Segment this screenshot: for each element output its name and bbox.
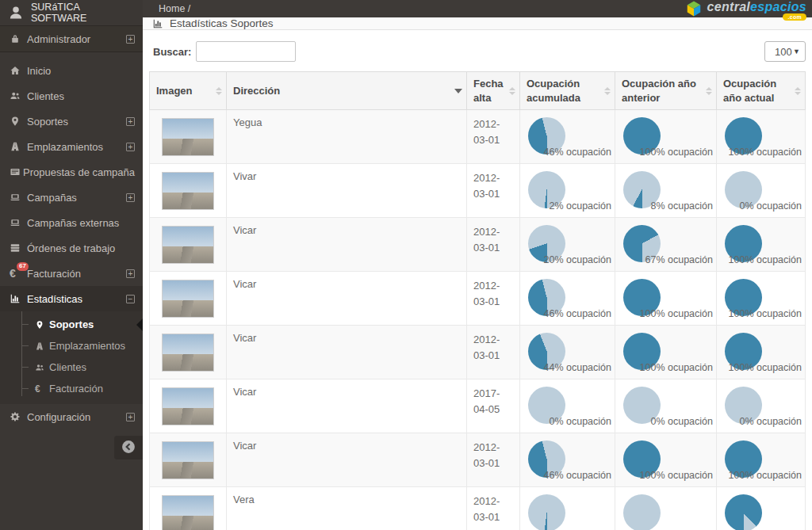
column-header-0[interactable]: Imagen <box>150 72 227 110</box>
support-photo[interactable] <box>162 280 214 318</box>
address-cell: Vera <box>227 487 467 530</box>
sidebar-item-label: Estadísticas <box>27 293 126 305</box>
table-row: Vicar2012-03-0144% ocupación100% ocupaci… <box>150 326 806 379</box>
occupancy-accumulated-cell <box>520 487 615 530</box>
occupancy-prev-year-cell: 100% ocupación <box>615 110 717 164</box>
sidebar-item-soportes[interactable]: Soportes+ <box>0 109 143 134</box>
image-cell <box>150 487 227 530</box>
support-photo[interactable] <box>162 118 214 156</box>
support-photo[interactable] <box>162 172 214 210</box>
content: Buscar: 100 ▼ ImagenDirecciónFecha altaO… <box>143 30 812 530</box>
occupancy-label: 8% ocupación <box>650 200 713 212</box>
support-photo[interactable] <box>162 226 214 264</box>
sidebar-item-estadisticas[interactable]: Estadísticas− <box>0 286 143 311</box>
occupancy-label: 100% ocupación <box>640 470 713 481</box>
sidebar-item-emplazamientos[interactable]: Emplazamientos+ <box>0 134 143 159</box>
date-cell: 2012-03-01 <box>467 433 520 487</box>
occupancy-label: 2% ocupación <box>549 200 611 212</box>
table-row: Vicar2012-03-0120% ocupación67% ocupació… <box>150 218 806 272</box>
sidebar-footer <box>0 429 143 466</box>
page-size-select[interactable]: 100 ▼ <box>764 41 806 62</box>
toolbar: Buscar: 100 ▼ <box>153 41 806 62</box>
sidebar-collapse-button[interactable] <box>114 436 143 459</box>
search-input[interactable] <box>196 41 296 62</box>
brand-name: SURáTICA SOFTWARE <box>31 2 135 24</box>
occupancy-current-year-cell: 0% ocupación <box>717 164 806 218</box>
occupancy-label: 44% ocupación <box>544 362 611 373</box>
occupancy-prev-year-cell: 8% ocupación <box>615 164 717 218</box>
occupancy-accumulated-cell: 46% ocupación <box>520 272 615 326</box>
date-cell: 2017-04-05 <box>467 379 520 433</box>
column-header-label: Imagen <box>156 85 193 97</box>
occupancy-current-year-cell <box>717 487 806 530</box>
date-cell: 2012-03-01 <box>467 164 520 218</box>
collapse-square-icon: − <box>126 295 135 303</box>
occupancy-label: 46% ocupación <box>544 308 611 319</box>
occupancy-accumulated-cell: 46% ocupación <box>520 433 615 487</box>
search-label: Buscar: <box>153 46 191 58</box>
sidebar-item-propuestas-de-campana[interactable]: Propuestas de campaña <box>0 159 143 185</box>
column-header-5[interactable]: Ocupación año actual <box>717 72 806 110</box>
expand-square-icon: + <box>126 35 135 44</box>
image-cell <box>150 272 227 326</box>
address-cell: Vicar <box>227 218 467 272</box>
occupancy-label: 100% ocupación <box>640 147 713 158</box>
sidebar-subitem-soportes[interactable]: Soportes <box>0 314 143 335</box>
sidebar-subitem-facturacion[interactable]: €Facturación <box>0 378 143 399</box>
occupancy-label: 100% ocupación <box>640 308 713 319</box>
sidebar-subitem-label: Emplazamientos <box>49 340 125 352</box>
users-icon <box>35 363 49 372</box>
user-icon <box>8 5 24 21</box>
sort-icon <box>509 87 515 95</box>
logo-tld-badge: .com <box>783 13 806 21</box>
support-photo[interactable] <box>162 441 214 479</box>
sidebar-item-administrador[interactable]: Administrador+ <box>0 26 143 52</box>
sidebar-subitem-clientes[interactable]: Clientes <box>0 357 143 378</box>
occupancy-accumulated-cell: 20% ocupación <box>520 218 615 272</box>
sidebar-item-label: Administrador <box>27 33 126 45</box>
expand-square-icon: + <box>126 193 135 202</box>
image-cell <box>150 326 227 379</box>
support-photo[interactable] <box>162 495 214 530</box>
support-photo[interactable] <box>162 334 214 372</box>
occupancy-pie-chart <box>725 494 762 530</box>
column-header-1[interactable]: Dirección <box>227 72 467 110</box>
sidebar-item-inicio[interactable]: Inicio <box>0 58 143 83</box>
occupancy-accumulated-cell: 44% ocupación <box>520 326 615 379</box>
home-icon <box>10 65 27 76</box>
laptop-icon <box>10 217 27 228</box>
column-header-4[interactable]: Ocupación año anterior <box>615 72 717 110</box>
sidebar-item-ordenes-de-trabajo[interactable]: Órdenes de trabajo <box>0 235 143 261</box>
sidebar-item-label: Propuestas de campaña <box>23 166 135 178</box>
sort-icon <box>216 87 222 95</box>
occupancy-pie-chart <box>623 494 661 530</box>
sidebar-item-campanas-externas[interactable]: Campañas externas <box>0 210 143 235</box>
date-cell: 2012-03-01 <box>467 487 520 530</box>
brand[interactable]: SURáTICA SOFTWARE <box>0 0 143 26</box>
support-photo[interactable] <box>162 387 214 425</box>
sidebar-item-clientes[interactable]: Clientes <box>0 83 143 109</box>
sidebar-item-configuracion[interactable]: Configuración+ <box>0 404 143 429</box>
column-header-3[interactable]: Ocupación acumulada <box>520 72 615 110</box>
page-header: Estadísticas Soportes <box>143 17 812 30</box>
table-row: Vivar2012-03-012% ocupación8% ocupación0… <box>150 164 806 218</box>
sidebar-subitem-emplazamientos[interactable]: Emplazamientos <box>0 335 143 357</box>
tasks-icon <box>10 242 27 254</box>
image-cell <box>150 218 227 272</box>
sidebar-item-campanas[interactable]: Campañas+ <box>0 185 143 210</box>
date-cell: 2012-03-01 <box>467 110 520 164</box>
sidebar-item-facturacion[interactable]: €67Facturación+ <box>0 261 143 286</box>
occupancy-current-year-cell: 100% ocupación <box>717 433 806 487</box>
expand-square-icon: + <box>126 117 135 126</box>
sidebar-item-label: Campañas <box>27 192 126 204</box>
users-icon <box>10 90 27 101</box>
page-title: Estadísticas Soportes <box>170 17 274 29</box>
column-header-2[interactable]: Fecha alta <box>467 72 520 110</box>
occupancy-accumulated-cell: 2% ocupación <box>520 164 615 218</box>
bar-chart-icon <box>152 18 163 29</box>
occupancy-label: 100% ocupación <box>729 470 802 481</box>
table-row: Vicar2012-03-0146% ocupación100% ocupaci… <box>150 272 806 326</box>
centralespacios-logo[interactable]: centralespacios.com <box>685 0 806 17</box>
table-row: Vicar2012-03-0146% ocupación100% ocupaci… <box>150 433 806 487</box>
breadcrumb[interactable]: Home / <box>159 3 190 14</box>
